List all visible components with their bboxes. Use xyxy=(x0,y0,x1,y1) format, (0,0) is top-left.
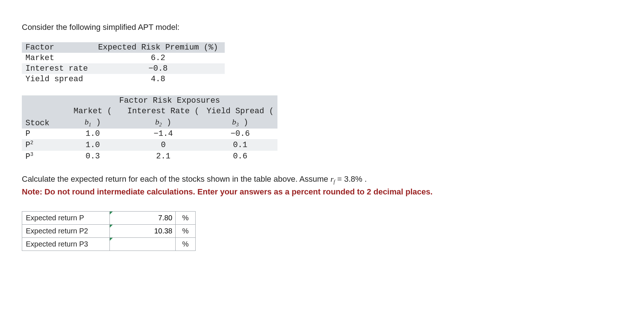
exposures-col-ir-pre: Interest Rate ( xyxy=(124,106,203,117)
premium-factor: Market xyxy=(22,53,95,63)
answer-unit: % xyxy=(176,238,196,251)
answer-label: Expected return P3 xyxy=(22,238,110,251)
exposures-col-ys-sym: b3 ) xyxy=(203,117,277,129)
exposures-table: Factor Risk Exposures Stock Market ( Int… xyxy=(22,95,277,162)
exposures-b2: 2.1 xyxy=(124,151,203,162)
expected-return-p2-input[interactable] xyxy=(110,225,175,237)
input-marker-icon xyxy=(110,212,113,214)
exposures-stock: P3 xyxy=(22,151,62,162)
exposures-b1: 1.0 xyxy=(62,139,124,150)
exposures-b3: −0.6 xyxy=(203,129,277,139)
exposures-b1: 0.3 xyxy=(62,151,124,162)
premium-value: 4.8 xyxy=(95,74,225,84)
exposures-col-ir-sym: b2 ) xyxy=(124,117,203,129)
exposures-col-market-pre: Market ( xyxy=(62,106,124,117)
answer-table: Expected return P % Expected return P2 %… xyxy=(22,211,196,251)
answer-row: Expected return P3 % xyxy=(22,238,196,251)
premium-factor: Yield spread xyxy=(22,74,95,84)
exposures-b2: 0 xyxy=(124,139,203,150)
premium-header-value: Expected Risk Premium (%) xyxy=(95,42,225,53)
answer-label: Expected return P2 xyxy=(22,225,110,238)
premium-factor: Interest rate xyxy=(22,63,95,74)
exposures-b3: 0.1 xyxy=(203,139,277,150)
exposures-title: Factor Risk Exposures xyxy=(62,95,277,106)
answer-row: Expected return P % xyxy=(22,212,196,225)
exposures-col-ys-pre: Yield Spread ( xyxy=(203,106,277,117)
answer-unit: % xyxy=(176,225,196,238)
premium-header-factor: Factor xyxy=(22,42,95,53)
expected-return-p-input[interactable] xyxy=(110,212,175,224)
input-marker-icon xyxy=(110,225,113,228)
premium-value: −0.8 xyxy=(95,63,225,74)
premium-value: 6.2 xyxy=(95,53,225,63)
question-text: Calculate the expected return for each o… xyxy=(22,174,622,185)
exposures-b3: 0.6 xyxy=(203,151,277,162)
question-note: Note: Do not round intermediate calculat… xyxy=(22,187,622,197)
intro-text: Consider the following simplified APT mo… xyxy=(22,23,622,32)
exposures-b1: 1.0 xyxy=(62,129,124,139)
exposures-col-stock: Stock xyxy=(22,106,62,129)
exposures-col-market-sym: b1 ) xyxy=(62,117,124,129)
answer-row: Expected return P2 % xyxy=(22,225,196,238)
answer-unit: % xyxy=(176,212,196,225)
exposures-b2: −1.4 xyxy=(124,129,203,139)
answer-label: Expected return P xyxy=(22,212,110,225)
input-marker-icon xyxy=(110,238,113,241)
exposures-stock: P2 xyxy=(22,139,62,150)
expected-return-p3-input[interactable] xyxy=(110,238,175,251)
exposures-stock: P xyxy=(22,129,62,139)
risk-premium-table: Factor Expected Risk Premium (%) Market … xyxy=(22,42,225,84)
